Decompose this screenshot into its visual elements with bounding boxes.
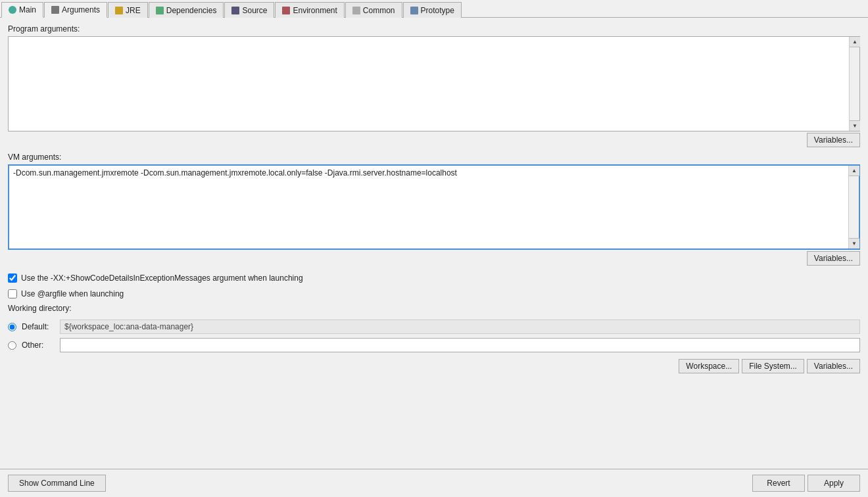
working-dir-label: Working directory:	[8, 304, 860, 313]
arguments-icon	[51, 6, 59, 14]
program-args-textarea[interactable]	[9, 37, 849, 131]
vm-args-variables-row: Variables...	[8, 251, 860, 266]
common-icon	[352, 7, 360, 14]
tab-arguments[interactable]: Arguments	[44, 2, 107, 18]
main-container: Main Arguments JRE Dependencies Source E…	[0, 0, 868, 497]
tab-arguments-label: Arguments	[62, 5, 100, 14]
tab-source[interactable]: Source	[224, 2, 274, 18]
tab-main[interactable]: Main	[1, 2, 43, 18]
program-args-variables-row: Variables...	[8, 133, 860, 147]
workspace-button[interactable]: Workspace...	[679, 359, 739, 373]
tab-jre[interactable]: JRE	[108, 2, 148, 18]
dependencies-icon	[156, 7, 164, 14]
scroll-track	[850, 47, 859, 120]
vm-scroll-up-arrow[interactable]: ▲	[849, 166, 859, 176]
vm-scroll-track	[849, 176, 859, 238]
vm-scroll-down-arrow[interactable]: ▼	[849, 238, 859, 248]
dir-variables-button[interactable]: Variables...	[807, 359, 860, 373]
default-dir-input	[60, 320, 860, 334]
use-argfile-label: Use @argfile when launching	[21, 289, 124, 298]
dir-buttons-row: Workspace... File System... Variables...	[8, 359, 860, 373]
program-args-variables-button[interactable]: Variables...	[807, 133, 860, 147]
revert-button[interactable]: Revert	[752, 475, 805, 492]
tab-main-label: Main	[19, 5, 36, 14]
working-dir-section: Working directory: Default: Other: Works…	[8, 304, 860, 373]
default-label: Default:	[22, 322, 55, 331]
scroll-up-arrow[interactable]: ▲	[850, 37, 860, 47]
apply-button[interactable]: Apply	[808, 475, 860, 492]
default-dir-row: Default:	[8, 320, 860, 334]
other-radio[interactable]	[8, 341, 16, 350]
vm-args-label: VM arguments:	[8, 153, 860, 162]
tab-bar: Main Arguments JRE Dependencies Source E…	[0, 0, 868, 18]
bottom-bar: Show Command Line Revert Apply	[0, 469, 868, 497]
tab-dependencies-label: Dependencies	[166, 6, 217, 15]
filesystem-button[interactable]: File System...	[742, 359, 804, 373]
tab-environment[interactable]: Environment	[275, 2, 344, 18]
program-args-label: Program arguments:	[8, 24, 860, 34]
environment-icon	[282, 7, 290, 14]
show-code-details-checkbox[interactable]	[8, 273, 17, 283]
tab-common-label: Common	[363, 6, 395, 15]
tab-source-label: Source	[242, 6, 267, 15]
show-command-line-button[interactable]: Show Command Line	[8, 475, 106, 492]
tab-jre-label: JRE	[126, 6, 141, 15]
default-radio[interactable]	[8, 323, 16, 331]
other-dir-row: Other:	[8, 338, 860, 352]
tab-prototype-label: Prototype	[421, 6, 454, 15]
tab-dependencies[interactable]: Dependencies	[149, 2, 224, 18]
source-icon	[231, 7, 239, 14]
program-args-scrollbar: ▲ ▼	[849, 37, 859, 131]
use-argfile-checkbox[interactable]	[8, 289, 17, 298]
program-args-wrapper: ▲ ▼	[8, 36, 860, 131]
vm-args-section: VM arguments: -Dcom.sun.management.jmxre…	[8, 153, 860, 266]
content-area: Program arguments: ▲ ▼ Variables... VM a…	[0, 18, 868, 469]
vm-args-wrapper: -Dcom.sun.management.jmxremote -Dcom.sun…	[8, 164, 860, 250]
use-argfile-row: Use @argfile when launching	[8, 289, 860, 298]
vm-args-textarea[interactable]: -Dcom.sun.management.jmxremote -Dcom.sun…	[9, 166, 848, 248]
show-code-details-label: Use the -XX:+ShowCodeDetailsInExceptionM…	[21, 273, 303, 283]
vm-args-scrollbar: ▲ ▼	[848, 166, 859, 248]
program-args-section: Program arguments: ▲ ▼ Variables...	[8, 24, 860, 147]
scroll-down-arrow[interactable]: ▼	[850, 120, 860, 131]
other-label: Other:	[22, 341, 55, 350]
prototype-icon	[410, 7, 418, 14]
main-icon	[9, 6, 16, 14]
tab-environment-label: Environment	[293, 6, 337, 15]
jre-icon	[115, 7, 123, 14]
vm-args-variables-button[interactable]: Variables...	[807, 251, 860, 266]
tab-prototype[interactable]: Prototype	[403, 2, 462, 18]
show-code-details-row: Use the -XX:+ShowCodeDetailsInExceptionM…	[8, 273, 860, 283]
tab-common[interactable]: Common	[345, 2, 402, 18]
other-dir-input[interactable]	[60, 338, 860, 352]
checkboxes-section: Use the -XX:+ShowCodeDetailsInExceptionM…	[8, 271, 860, 298]
